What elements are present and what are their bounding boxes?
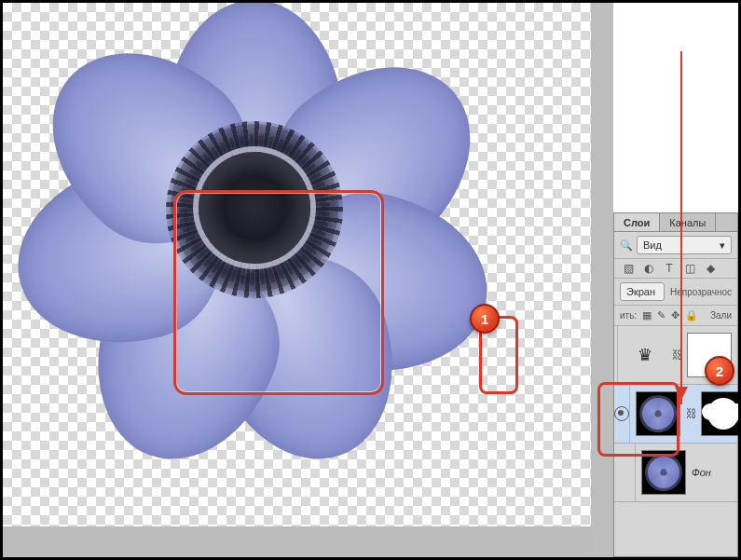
filter-smart-icon[interactable]: ◆ — [704, 262, 717, 275]
status-bar — [3, 526, 591, 557]
filter-adjustment-icon[interactable]: ◐ — [642, 262, 655, 275]
filter-shape-icon[interactable]: ◫ — [683, 262, 696, 275]
layer-row[interactable]: ⛓ Фон коп — [614, 385, 737, 444]
lock-all-icon[interactable]: 🔒 — [685, 309, 698, 321]
layer-row[interactable]: Фон — [614, 444, 737, 502]
flower-center — [199, 152, 310, 264]
layer-name[interactable]: Фон — [692, 467, 711, 478]
fill-label: Зали — [710, 310, 732, 321]
opacity-label: Непрозрачнос — [670, 287, 732, 297]
layer-thumbnail[interactable] — [641, 450, 686, 495]
lock-row: ить: ▦ ✎ ✥ 🔒 Зали — [614, 306, 737, 326]
lock-transparency-icon[interactable]: ▦ — [642, 309, 652, 321]
link-icon: ⛓ — [686, 407, 695, 420]
lock-paint-icon[interactable]: ✎ — [657, 309, 666, 321]
blend-mode-dropdown[interactable]: Экран — [620, 282, 665, 301]
blend-mode-value: Экран — [626, 286, 655, 297]
tab-layers[interactable]: Слои — [614, 213, 660, 231]
layer-mask-thumbnail[interactable] — [701, 391, 741, 436]
panel-tabs: Слои Каналы — [614, 213, 737, 232]
filter-kind-label: Вид — [643, 239, 662, 251]
tab-channels[interactable]: Каналы — [660, 213, 716, 231]
visibility-toggle[interactable] — [614, 385, 630, 443]
filter-type-icons: ▧ ◐ T ◫ ◆ — [614, 259, 737, 279]
lock-position-icon[interactable]: ✥ — [671, 309, 679, 321]
filter-raster-icon[interactable]: ▧ — [622, 262, 635, 275]
layer-row[interactable]: ♛ ⛓ — [614, 326, 737, 385]
link-icon: ⛓ — [672, 348, 681, 362]
flower-image — [54, 14, 455, 415]
canvas[interactable] — [3, 3, 591, 526]
lock-label: ить: — [620, 310, 637, 321]
app-frame: Слои Каналы 🔍 Вид ▾ ▧ ◐ T ◫ ◆ Экран Непр… — [0, 0, 741, 560]
chevron-down-icon: ▾ — [720, 239, 725, 252]
layers-panel: Слои Каналы 🔍 Вид ▾ ▧ ◐ T ◫ ◆ Экран Непр… — [613, 212, 738, 557]
layer-thumbnail[interactable] — [636, 391, 680, 436]
blend-row: Экран Непрозрачнос — [614, 279, 737, 306]
layer-stack: ♛ ⛓ ⛓ Фон коп — [614, 326, 737, 502]
filter-type-icon[interactable]: T — [663, 262, 676, 275]
filter-kind-dropdown[interactable]: Вид ▾ — [637, 236, 732, 254]
eye-icon — [614, 406, 629, 421]
lock-icons: ▦ ✎ ✥ 🔒 — [642, 309, 698, 321]
layer-filter-row: 🔍 Вид ▾ — [614, 232, 737, 259]
layer-mask-thumbnail[interactable] — [687, 333, 732, 377]
search-icon: 🔍 — [620, 239, 633, 252]
visibility-toggle[interactable] — [614, 444, 636, 501]
panel-gutter — [591, 3, 613, 557]
layer-fx-icon: ♛ — [624, 334, 666, 376]
